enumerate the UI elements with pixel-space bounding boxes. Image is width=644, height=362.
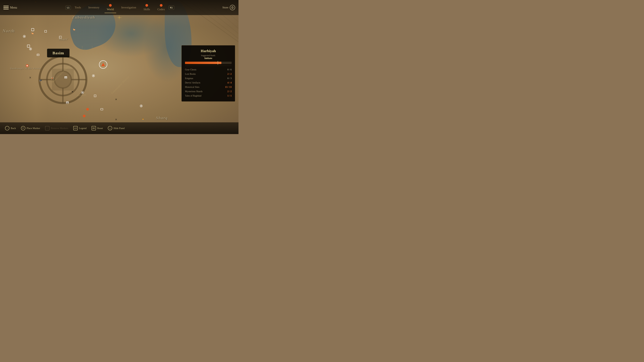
svg-point-19	[24, 36, 25, 37]
back-label: Back	[11, 127, 16, 130]
progress-marker	[218, 61, 218, 65]
store-label: Store	[222, 6, 228, 9]
player-marker-circle	[99, 60, 107, 69]
panel-rank: Initiate	[185, 57, 232, 60]
reset-button-icon: R3	[92, 126, 96, 130]
menu-label: Menu	[10, 6, 17, 9]
map-icon-square	[44, 29, 48, 33]
svg-point-42	[86, 108, 89, 111]
place-marker-icon: ✕	[21, 126, 25, 130]
svg-rect-8	[52, 69, 74, 90]
stat-value-dervis: 4 / 4	[228, 81, 232, 84]
stat-label-shards: Mysterious Shards	[185, 90, 202, 93]
map-icon-target5	[139, 104, 143, 108]
stat-value-historical: 13 / 13	[225, 86, 232, 88]
top-navigation: Menu L1 Tools Inventory World Investigat…	[0, 0, 238, 15]
map-icon-banner: 🏴	[38, 79, 42, 83]
map-icon-tools: ⚔	[114, 117, 118, 121]
hide-panel-label: Hide Panel	[114, 127, 124, 130]
remove-markers-label: Remove Markers	[51, 127, 68, 130]
player-label: Basim	[47, 49, 70, 57]
menu-button[interactable]: Menu	[3, 6, 17, 9]
nav-item-inventory[interactable]: Inventory	[85, 4, 103, 10]
codex-label: Codex	[157, 8, 165, 11]
hide-panel-icon: △	[108, 126, 112, 130]
map-icon-figure2: 🧍	[141, 117, 145, 121]
svg-rect-15	[59, 36, 62, 38]
player-name: Basim	[52, 51, 64, 55]
map-icon-chest	[64, 75, 68, 79]
stat-label-enigmas: Enigmas	[185, 77, 193, 80]
map-icon-book	[58, 35, 62, 39]
panel-subtitle: Suggested Rank:	[185, 54, 232, 57]
svg-line-29	[53, 77, 53, 78]
svg-line-31	[53, 79, 53, 79]
nav-item-investigation[interactable]: Investigation	[118, 4, 140, 10]
map-icon-orange1	[25, 64, 29, 68]
tools-label: Tools	[75, 6, 81, 9]
hamburger-icon	[3, 6, 9, 9]
svg-point-21	[30, 48, 31, 49]
progress-bar-container	[185, 62, 232, 64]
map-icon-orange3	[82, 114, 86, 118]
panel-title: Harbiyah	[185, 49, 232, 53]
stat-value-lost-books: 2 / 2	[228, 73, 232, 75]
place-marker-button[interactable]: ✕ Place Marker	[21, 126, 40, 130]
map-icon-target1	[22, 34, 26, 38]
stat-value-shards: 2 / 2	[228, 90, 232, 93]
remove-markers-icon: □	[45, 126, 50, 130]
progress-bar-bg	[185, 62, 232, 64]
stat-row-shards: Mysterious Shards 2 / 2	[185, 89, 232, 94]
map-icon-horse: 🐎	[30, 31, 34, 35]
svg-point-56	[232, 7, 233, 7]
stat-row-dervis: Dervis' Artifacts 4 / 4	[185, 81, 232, 85]
map-icon-weapons: ⚔	[28, 75, 32, 79]
map-icon-orange2	[86, 107, 90, 111]
svg-point-36	[82, 92, 83, 93]
codex-alert-icon	[160, 4, 162, 7]
back-button[interactable]: ○ Back	[5, 126, 16, 130]
map-icon-chest2	[66, 100, 70, 105]
hide-panel-button[interactable]: △ Hide Panel	[108, 126, 124, 130]
map-icon-horse2: 🐎	[72, 28, 76, 32]
place-marker-label: Place Marker	[27, 127, 40, 130]
info-panel: Harbiyah Suggested Rank: Initiate Gear C…	[182, 45, 235, 102]
stat-row-tales: Tales of Baghdad 1 / 1	[185, 94, 232, 98]
nav-item-tools[interactable]: Tools	[71, 4, 85, 10]
remove-markers-button[interactable]: □ Remove Markers	[45, 126, 68, 130]
stat-label-tales: Tales of Baghdad	[185, 94, 202, 97]
bottom-bar: ○ Back ✕ Place Marker □ Remove Markers L…	[0, 122, 238, 134]
map-icon-scroll2	[100, 107, 104, 111]
svg-point-40	[93, 75, 94, 76]
svg-rect-46	[32, 28, 34, 31]
r1-button[interactable]: R1	[168, 5, 174, 10]
stat-row-enigmas: Enigmas 0 / 3	[185, 76, 232, 81]
back-button-icon: ○	[5, 126, 10, 130]
inventory-label: Inventory	[88, 6, 100, 9]
nav-item-world[interactable]: World	[103, 3, 118, 12]
world-label: World	[107, 8, 114, 11]
legend-button[interactable]: L3 Legend	[73, 126, 86, 130]
stat-row-lost-books: Lost Books 2 / 2	[185, 72, 232, 76]
map-icon-swords: ⚔	[114, 97, 118, 101]
map-icon-sm2	[26, 44, 30, 48]
reset-button[interactable]: R3 Reset	[92, 126, 103, 130]
nav-item-skills[interactable]: Skills	[140, 3, 154, 12]
progress-bar-fill	[185, 62, 221, 64]
l1-button[interactable]: L1	[66, 5, 71, 10]
stat-label-gear-chests: Gear Chests	[185, 68, 196, 71]
store-button[interactable]: Store	[222, 5, 235, 10]
nav-item-codex[interactable]: Codex	[154, 3, 168, 12]
svg-point-53	[118, 17, 120, 18]
stat-label-dervis: Dervis' Artifacts	[185, 81, 200, 84]
panel-divider	[185, 66, 232, 66]
svg-rect-48	[94, 95, 96, 97]
investigation-label: Investigation	[121, 6, 136, 9]
stat-value-enigmas: 0 / 3	[228, 77, 232, 80]
compass-decoration	[116, 14, 122, 21]
reset-label: Reset	[97, 127, 103, 130]
legend-button-icon: L3	[73, 126, 78, 130]
map-icon-target3	[80, 90, 84, 94]
map-icon-target4	[92, 74, 96, 78]
svg-rect-47	[27, 45, 30, 47]
